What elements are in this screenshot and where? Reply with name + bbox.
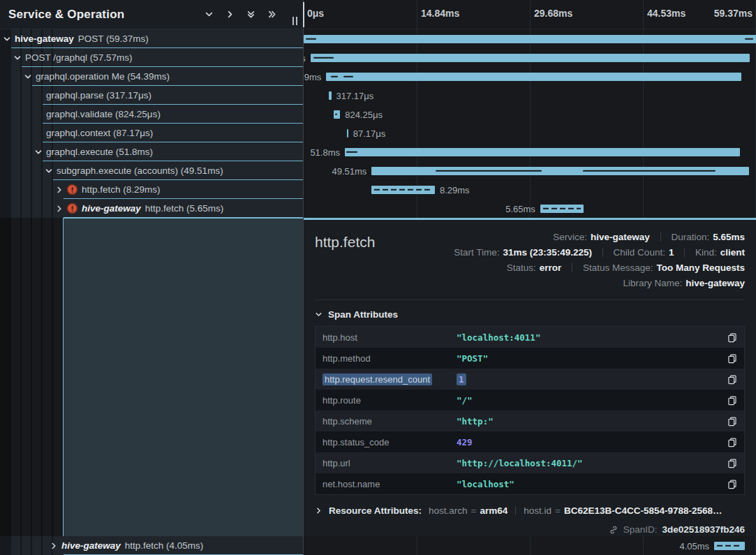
divider — [684, 248, 685, 257]
meta-value: 1 — [669, 247, 674, 258]
resource-attributes-label: Resource Attributes: — [329, 505, 422, 516]
timeline-tick: 0μs — [307, 8, 324, 19]
meta-value: 5.65ms — [713, 232, 745, 242]
tree-row[interactable]: graphql.operation Me (54.39ms) — [0, 67, 303, 86]
copy-icon[interactable] — [727, 458, 737, 468]
bar-gap-mark — [343, 75, 353, 77]
tree-row[interactable]: hive-gateway http.fetch (4.05ms) — [0, 536, 303, 555]
tree-row[interactable]: ! http.fetch (8.29ms) — [0, 180, 303, 199]
copy-icon[interactable] — [727, 395, 737, 406]
meta-value: Too Many Requests — [656, 262, 745, 273]
meta-value: error — [540, 262, 562, 273]
selected-span-expanded-area — [63, 218, 303, 536]
copy-icon[interactable] — [727, 374, 737, 385]
attribute-key: http.route — [323, 395, 457, 406]
span-duration-label: 57.57ms — [304, 52, 306, 63]
chevron-right-icon[interactable] — [55, 186, 64, 194]
chevron-down-icon[interactable] — [45, 167, 53, 175]
bar-gap-mark — [745, 38, 753, 40]
double-chevron-right-icon[interactable] — [267, 10, 276, 19]
chevron-right-icon[interactable] — [55, 205, 64, 213]
divider — [515, 506, 516, 515]
copy-icon[interactable] — [727, 437, 737, 447]
chevron-right-icon[interactable] — [50, 542, 58, 550]
attribute-row: http.status_code 429 — [316, 431, 744, 452]
chevron-down-icon[interactable] — [3, 35, 11, 43]
span-bar[interactable] — [540, 205, 584, 213]
chevron-right-icon[interactable] — [225, 10, 235, 19]
span-duration-label: 49.51ms — [332, 165, 366, 176]
chevron-down-icon[interactable] — [34, 148, 43, 156]
span-duration-label: 8.29ms — [440, 184, 470, 195]
meta-label: Status: — [507, 262, 536, 273]
tree-row[interactable]: graphql.validate (824.25μs) — [0, 105, 303, 124]
attribute-value: "http:" — [457, 416, 727, 427]
tree-row[interactable]: graphql.context (87.17μs) — [0, 124, 303, 142]
span-duration-label: 5.65ms — [505, 203, 535, 214]
tree-row[interactable]: graphql.execute (51.8ms) — [0, 142, 303, 161]
timeline-tick: 29.68ms — [534, 8, 572, 19]
span-bar[interactable] — [371, 186, 435, 194]
copy-icon[interactable] — [727, 332, 737, 343]
span-bar[interactable] — [334, 110, 340, 119]
double-chevron-down-icon[interactable] — [246, 10, 255, 19]
timeline-row: 824.25μs — [304, 105, 756, 124]
panel-resize-handle[interactable] — [292, 17, 297, 25]
trace-viewer: Service & Operation hive-gateway POST (5… — [0, 0, 756, 555]
span-bar[interactable] — [326, 73, 741, 81]
resource-attributes-row[interactable]: Resource Attributes: host.arch = arm64 h… — [315, 505, 745, 516]
chevron-down-icon[interactable] — [205, 10, 214, 19]
span-bar[interactable] — [714, 542, 745, 550]
selected-text: 1 — [457, 373, 466, 385]
span-label: graphql.context (87.17μs) — [46, 128, 153, 138]
tree-row[interactable]: graphql.parse (317.17μs) — [0, 86, 303, 105]
attribute-row: http.scheme "http:" — [316, 410, 744, 431]
tree-row[interactable]: subgraph.execute (accounts) (49.51ms) — [0, 161, 303, 180]
span-label: graphql.parse (317.17μs) — [46, 90, 151, 101]
chevron-down-icon[interactable] — [24, 73, 32, 81]
chevron-down-icon — [315, 311, 323, 318]
attribute-key: http.host — [323, 332, 457, 343]
copy-icon[interactable] — [727, 479, 737, 489]
meta-value: 31ms (23:35:49.225) — [503, 247, 592, 258]
divider — [660, 232, 661, 242]
panel-splitter[interactable] — [303, 2, 304, 27]
meta-line: Library Name:hive-gateway — [375, 276, 745, 291]
resource-key: host.arch — [429, 505, 468, 516]
copy-icon[interactable] — [727, 353, 737, 364]
timeline-row: 49.51ms — [304, 161, 756, 180]
resource-key: host.id — [524, 505, 551, 516]
detail-header: http.fetch Service:hive-gateway Duration… — [304, 230, 756, 291]
span-bar[interactable] — [329, 91, 331, 100]
copy-icon[interactable] — [727, 416, 737, 427]
tree-row[interactable]: POST /graphql (57.57ms) — [0, 48, 303, 67]
span-bar[interactable] — [304, 35, 756, 43]
meta-label: Child Count: — [614, 247, 665, 258]
attribute-row: net.host.name "localhost" — [316, 473, 744, 494]
span-bar[interactable] — [371, 167, 749, 175]
chevron-right-icon — [315, 507, 323, 515]
span-bar[interactable] — [347, 129, 348, 138]
tree-row-selected[interactable]: ! hive-gateway http.fetch (5.65ms) — [0, 199, 303, 218]
timeline-tick: 14.84ms — [421, 8, 459, 19]
span-label: http.fetch (5.65ms) — [145, 203, 224, 214]
attribute-value: "localhost:4011" — [457, 332, 727, 343]
timeline-row — [304, 29, 756, 48]
equals-sign: = — [471, 505, 477, 516]
span-attributes-section-header[interactable]: Span Attributes — [304, 300, 756, 326]
link-icon[interactable] — [609, 525, 618, 535]
span-bar[interactable] — [345, 148, 740, 156]
span-duration-label: 317.17μs — [336, 90, 374, 101]
attribute-key: http.url — [323, 458, 457, 468]
span-label: POST /graphql (57.57ms) — [25, 52, 133, 63]
chevron-down-icon[interactable] — [13, 54, 22, 62]
meta-line: Status:error Status Message:Too Many Req… — [375, 260, 745, 276]
span-id-label: SpanID: — [623, 524, 658, 535]
span-duration-label: 824.25μs — [345, 109, 383, 119]
span-bar[interactable] — [311, 54, 750, 62]
timeline-panel: 0μs 14.84ms 29.68ms 44.53ms 59.37ms 57.5… — [303, 0, 756, 555]
tree-row[interactable]: hive-gateway POST (59.37ms) — [0, 29, 303, 48]
service-operation-panel: Service & Operation hive-gateway POST (5… — [0, 0, 303, 555]
attribute-row: http.route "/" — [316, 390, 744, 410]
meta-label: Library Name: — [623, 278, 682, 288]
